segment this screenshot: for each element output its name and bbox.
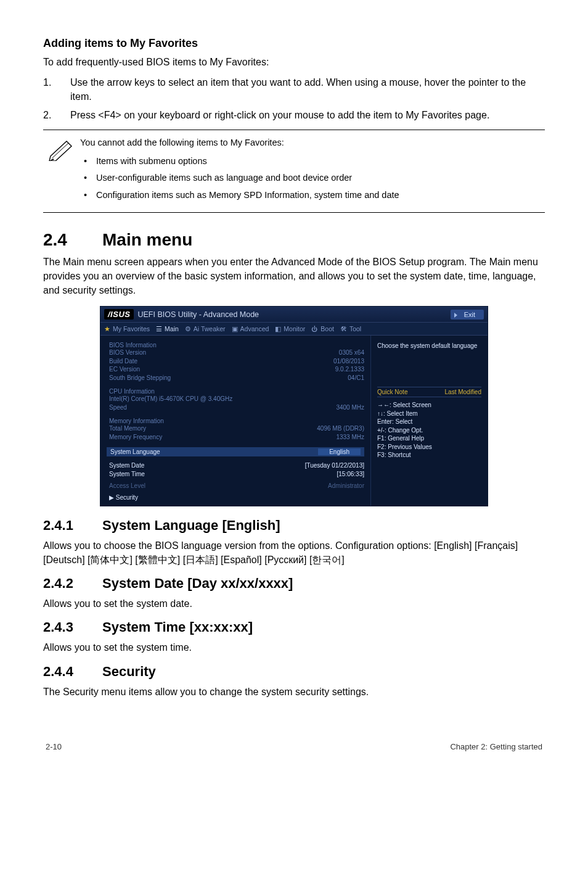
tab-favorites[interactable]: ★My Favorites xyxy=(104,325,150,332)
page: Adding items to My Favorites To add freq… xyxy=(0,0,588,770)
section-2-4-3-heading: 2.4.3 System Time [xx:xx:xx] xyxy=(43,619,545,635)
row-val: 9.0.2.1333 xyxy=(335,365,364,374)
star-icon: ★ xyxy=(104,325,110,332)
tab-advanced[interactable]: ▣Advanced xyxy=(232,325,269,332)
note-body: You cannot add the following items to My… xyxy=(80,136,545,206)
adding-intro: To add frequently-used BIOS items to My … xyxy=(43,55,545,69)
monitor-icon: ◧ xyxy=(275,325,281,332)
note-box: You cannot add the following items to My… xyxy=(43,130,545,213)
row-key: BIOS Version xyxy=(109,349,146,357)
row-key: South Bridge Stepping xyxy=(109,374,171,382)
security-item[interactable]: ▶ Security xyxy=(109,494,364,501)
note-item: •User-configurable items such as languag… xyxy=(80,171,545,185)
note-lead: You cannot add the following items to My… xyxy=(80,136,545,150)
bios-info-head: BIOS Information xyxy=(109,342,364,349)
chapter-label: Chapter 2: Getting started xyxy=(450,742,542,751)
section-2-4-1-para: Allows you to choose the BIOS language v… xyxy=(43,538,545,567)
bios-hint: Choose the system default language xyxy=(377,342,481,350)
bios-right-panel: Choose the system default language Quick… xyxy=(370,336,488,506)
row-key: Build Date xyxy=(109,357,137,366)
quick-note-button[interactable]: Quick Note xyxy=(377,389,407,395)
tab-label: Monitor xyxy=(284,325,305,332)
row-key: EC Version xyxy=(109,365,140,374)
sysdate-label[interactable]: System Date xyxy=(109,461,144,470)
cpu-name: Intel(R) Core(TM) i5-4670K CPU @ 3.40GHz xyxy=(109,395,232,403)
sysdate-value: [Tuesday 01/22/2013] xyxy=(305,461,364,470)
bios-title: UEFI BIOS Utility - Advanced Mode xyxy=(137,310,450,319)
bios-left-panel: BIOS Information BIOS Version0305 x64 Bu… xyxy=(100,336,370,506)
section-title: Security xyxy=(102,664,156,680)
tool-icon: 🛠 xyxy=(340,325,347,332)
bios-logo: /ISUS xyxy=(104,309,134,320)
tab-main[interactable]: ☰Main xyxy=(156,325,179,332)
system-language-row[interactable]: System Language English xyxy=(107,447,364,456)
lang-value: English xyxy=(318,448,361,455)
section-2-4-2-heading: 2.4.2 System Date [Day xx/xx/xxxx] xyxy=(43,576,545,592)
section-2-4-4-para: The Security menu items allow you to cha… xyxy=(43,685,545,699)
note-item-text: Configuration items such as Memory SPD I… xyxy=(96,189,399,202)
tab-label: My Favorites xyxy=(113,325,150,332)
chip-icon: ⚙ xyxy=(185,325,191,332)
section-2-4-3-para: Allows you to set the system time. xyxy=(43,640,545,654)
section-2-4-para: The Main menu screen appears when you en… xyxy=(43,255,545,298)
row-val: 4096 MB (DDR3) xyxy=(317,424,364,433)
bios-help-keys: →←: Select Screen ↑↓: Select Item Enter:… xyxy=(377,401,481,460)
advanced-icon: ▣ xyxy=(232,325,238,332)
section-2-4-1-heading: 2.4.1 System Language [English] xyxy=(43,518,545,534)
note-item: •Configuration items such as Memory SPD … xyxy=(80,189,545,202)
list-icon: ☰ xyxy=(156,325,162,332)
list-item: 2. Press <F4> on your keyboard or right-… xyxy=(43,108,545,122)
pencil-icon xyxy=(48,138,75,161)
row-key: Speed xyxy=(109,403,127,412)
row-val: 1333 MHz xyxy=(336,433,364,442)
note-icon xyxy=(43,136,80,206)
tab-monitor[interactable]: ◧Monitor xyxy=(275,325,305,332)
row-val: 0305 x64 xyxy=(339,349,364,357)
page-footer: 2-10 Chapter 2: Getting started xyxy=(43,742,545,751)
section-number: 2.4.4 xyxy=(43,664,102,680)
section-title: System Time [xx:xx:xx] xyxy=(102,619,253,635)
row-val: 3400 MHz xyxy=(336,403,364,412)
tab-boot[interactable]: ⏻Boot xyxy=(311,325,334,332)
tab-label: Tool xyxy=(349,325,361,332)
section-number: 2.4.2 xyxy=(43,576,102,592)
bios-screenshot: /ISUS UEFI BIOS Utility - Advanced Mode … xyxy=(100,306,488,506)
systime-label[interactable]: System Time xyxy=(109,470,145,479)
section-number: 2.4.3 xyxy=(43,619,102,635)
section-2-4-4-heading: 2.4.4 Security xyxy=(43,664,545,680)
section-number: 2.4.1 xyxy=(43,518,102,534)
adding-steps-list: 1. Use the arrow keys to select an item … xyxy=(43,75,545,122)
page-number: 2-10 xyxy=(46,742,62,751)
section-title: Main menu xyxy=(102,230,192,250)
tab-label: Ai Tweaker xyxy=(194,325,226,332)
section-number: 2.4 xyxy=(43,230,102,250)
last-modified-button[interactable]: Last Modified xyxy=(445,389,481,395)
cpu-info-head: CPU Information xyxy=(109,388,364,395)
boot-icon: ⏻ xyxy=(311,325,318,332)
bios-titlebar: /ISUS UEFI BIOS Utility - Advanced Mode … xyxy=(100,307,488,322)
note-item: •Items with submenu options xyxy=(80,155,545,168)
tab-label: Main xyxy=(165,325,179,332)
section-title: System Language [English] xyxy=(102,518,280,534)
systime-value: [15:06:33] xyxy=(337,470,364,479)
note-item-text: Items with submenu options xyxy=(96,155,207,168)
note-item-text: User-configurable items such as language… xyxy=(96,171,352,185)
list-number: 1. xyxy=(43,75,70,104)
access-value: Administrator xyxy=(328,482,364,490)
bios-tabs: ★My Favorites ☰Main ⚙Ai Tweaker ▣Advance… xyxy=(100,322,488,336)
list-number: 2. xyxy=(43,108,70,122)
list-text: Press <F4> on your keyboard or right-cli… xyxy=(70,108,489,122)
lang-label: System Language xyxy=(110,448,160,455)
list-item: 1. Use the arrow keys to select an item … xyxy=(43,75,545,104)
section-title: System Date [Day xx/xx/xxxx] xyxy=(102,576,293,592)
bios-exit-button[interactable]: Exit xyxy=(451,310,484,320)
tab-label: Advanced xyxy=(240,325,269,332)
row-key: Memory Frequency xyxy=(109,433,162,442)
tab-ai-tweaker[interactable]: ⚙Ai Tweaker xyxy=(185,325,226,332)
row-val: 01/08/2013 xyxy=(333,357,364,366)
row-val: 04/C1 xyxy=(348,374,364,382)
tab-tool[interactable]: 🛠Tool xyxy=(340,325,361,332)
mem-info-head: Memory Information xyxy=(109,418,364,424)
adding-heading: Adding items to My Favorites xyxy=(43,37,545,50)
tab-label: Boot xyxy=(321,325,334,332)
